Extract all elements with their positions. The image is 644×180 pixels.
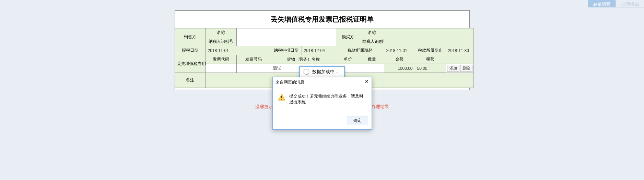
warning-icon [278, 93, 286, 102]
label-buyer: 购买方 [336, 28, 360, 46]
cell-invoice-code[interactable] [206, 64, 236, 73]
label-buyer-taxid: 纳税人识别号 [360, 37, 384, 46]
value-buyer-name[interactable] [384, 28, 473, 37]
dialog-body: 提交成功！若无需继续办理业务，请及时退出系统 [273, 87, 372, 113]
svg-rect-2 [281, 99, 282, 100]
value-seller-name[interactable] [236, 28, 336, 37]
dialog-header: 来自网页的消息 ✕ [273, 77, 372, 87]
label-declare-date: 纳税申报日期 [271, 46, 302, 55]
delete-button[interactable]: 删除 [460, 65, 472, 72]
col-qty: 数量 [360, 55, 384, 64]
dialog-message: 提交成功！若无需继续办理业务，请及时退出系统 [289, 93, 367, 105]
spinner-icon [303, 69, 309, 75]
dialog-footer: 确定 [273, 113, 372, 129]
svg-rect-1 [281, 96, 282, 98]
top-tabs: 表单填写 办理须知 [588, 0, 644, 8]
col-actions [446, 55, 473, 64]
add-button[interactable]: 添加 [447, 65, 459, 72]
value-period-start[interactable]: 2018-11-01 [384, 46, 415, 55]
col-goods: 货物（劳务）名称 [271, 55, 336, 64]
cell-qty[interactable] [360, 64, 384, 73]
cell-actions: 添加删除 [446, 64, 473, 73]
col-invoice-code: 发票代码 [206, 55, 236, 64]
loading-text: 数据加载中... [312, 69, 338, 75]
label-seller: 销售方 [175, 28, 206, 46]
col-amount: 金额 [384, 55, 415, 64]
value-seller-taxid[interactable] [236, 37, 336, 46]
label-seller-taxid: 纳税人识别号 [206, 37, 236, 46]
value-period-end[interactable]: 2018-11-30 [446, 46, 473, 55]
label-buyer-name: 名称 [360, 28, 384, 37]
cell-tax[interactable]: 50.00 [415, 64, 446, 73]
col-unit-price: 单价 [336, 55, 360, 64]
cell-amount[interactable]: 1000.00 [384, 64, 415, 73]
label-period-start: 税款所属期起 [336, 46, 384, 55]
cell-invoice-no[interactable] [236, 64, 271, 73]
label-tax-date: 报税日期 [175, 46, 206, 55]
page-title: 丢失增值税专用发票已报税证明单 [175, 10, 470, 28]
value-buyer-taxid[interactable] [384, 37, 473, 46]
value-tax-date[interactable]: 2018-11-01 [206, 46, 271, 55]
message-dialog: 来自网页的消息 ✕ 提交成功！若无需继续办理业务，请及时退出系统 确定 [272, 77, 372, 130]
dialog-title-text: 来自网页的消息 [276, 79, 304, 85]
label-lost-invoice: 丢失增值税专用发票 [175, 55, 206, 73]
value-declare-date[interactable]: 2018-12-04 [302, 46, 336, 55]
close-icon[interactable]: ✕ [365, 79, 369, 85]
col-tax: 税额 [415, 55, 446, 64]
tab-notice[interactable]: 办理须知 [616, 0, 644, 8]
ok-button[interactable]: 确定 [347, 116, 368, 125]
loading-overlay: 数据加载中... [299, 66, 346, 78]
col-invoice-no: 发票号码 [236, 55, 271, 64]
label-period-end: 税款所属期止 [415, 46, 446, 55]
tab-form-fill[interactable]: 表单填写 [588, 0, 616, 8]
label-seller-name: 名称 [206, 28, 236, 37]
label-remark: 备注 [175, 73, 206, 88]
